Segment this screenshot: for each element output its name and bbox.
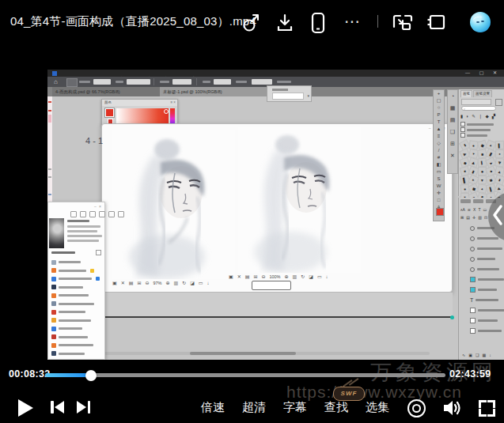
list-item bbox=[51, 309, 85, 315]
brush-group-label bbox=[467, 134, 487, 137]
list-item-icon bbox=[51, 293, 56, 298]
dock-panel-icon: ▦ bbox=[448, 102, 457, 114]
layer-row bbox=[470, 276, 504, 283]
viewer-toolbar-right: ▣✕▤⊞⊖100%⊕▥↻◪▭↓ bbox=[229, 273, 328, 280]
list-item-text bbox=[59, 278, 92, 280]
play-button[interactable] bbox=[18, 399, 33, 417]
brush-group-checkbox bbox=[460, 127, 465, 132]
ps-menubar: 文件编辑图像图层文字选择滤镜3D视图窗口帮助 — ▢ ✕ bbox=[47, 70, 504, 77]
popup-tool-icon bbox=[80, 211, 86, 217]
list-item-text bbox=[59, 353, 85, 355]
layer-checkbox bbox=[470, 277, 476, 282]
layer-row bbox=[470, 255, 495, 262]
ps-logo bbox=[52, 71, 57, 76]
list-item bbox=[51, 259, 81, 265]
progress-fill bbox=[45, 373, 91, 377]
prev-bar-icon bbox=[51, 401, 54, 414]
zoom-level: 100% bbox=[269, 274, 280, 279]
speed-button[interactable]: 倍速 bbox=[201, 400, 225, 415]
search-button[interactable]: 查找 bbox=[324, 400, 348, 415]
sidebar-dock-icon[interactable] bbox=[426, 13, 445, 31]
episodes-button[interactable]: 选集 bbox=[366, 400, 389, 415]
layer-eye-icon bbox=[470, 257, 475, 262]
prop-glyph: ✛ bbox=[472, 215, 476, 220]
list-item-text bbox=[59, 303, 94, 305]
tool-icon: ▭ bbox=[434, 168, 444, 176]
panel-bottom-icon: ↓ bbox=[489, 353, 491, 357]
chevron-left-icon[interactable] bbox=[492, 204, 503, 226]
brush-preview-field bbox=[461, 99, 491, 105]
volume-button[interactable] bbox=[442, 398, 464, 417]
popup-section-header bbox=[51, 251, 75, 254]
prop-glyph: ▥ bbox=[478, 215, 482, 220]
layer-eye-icon bbox=[470, 267, 475, 272]
video-surface[interactable]: 文件编辑图像图层文字选择滤镜3D视图窗口帮助 — ▢ ✕ ⌂ ⌕ ⊡ ▣ 4-画… bbox=[0, 43, 504, 364]
list-item-icon bbox=[51, 351, 56, 356]
fullscreen-button[interactable] bbox=[479, 400, 495, 417]
sliver-mark bbox=[48, 101, 51, 103]
viewer-tool-icon: ▥ bbox=[173, 280, 178, 285]
browser-logo-icon[interactable] bbox=[470, 12, 491, 32]
prev-triangle-icon bbox=[55, 401, 64, 414]
tool-icon: ◇ bbox=[434, 140, 444, 147]
brush-type-icon: ❘ bbox=[479, 114, 483, 119]
target-icon bbox=[407, 399, 426, 417]
viewer-body: – ▢ × bbox=[101, 123, 453, 293]
viewer-tool-icon: ↻ bbox=[182, 280, 186, 285]
tool-icon: ✛ bbox=[434, 190, 444, 197]
prop-glyph: ⊡ bbox=[484, 215, 487, 220]
foreground-color-swatch bbox=[105, 108, 114, 117]
list-item-icon bbox=[51, 301, 56, 306]
recorded-photoshop-screen: 文件编辑图像图层文字选择滤镜3D视图窗口帮助 — ▢ ✕ ⌂ ⌕ ⊡ ▣ 4-画… bbox=[47, 70, 504, 360]
panel-menu-icon: ≡ × bbox=[170, 100, 176, 104]
panel-label-bar bbox=[272, 89, 288, 91]
prop-glyph: ≋ bbox=[468, 207, 471, 212]
list-item-text bbox=[59, 261, 81, 263]
progress-bar[interactable] bbox=[45, 373, 445, 377]
list-item bbox=[51, 293, 89, 298]
ps-toolbar: +▢○PT▲≡◇/#◧▭SW✛□A bbox=[433, 89, 445, 221]
panel-bottom-toolbar: ∿ ▣ ❏ ▦ ↓ bbox=[462, 353, 491, 357]
canvas-hscrollbar bbox=[52, 352, 430, 355]
layer-label bbox=[478, 319, 498, 322]
download-icon[interactable] bbox=[276, 13, 294, 32]
brush-group-checkbox bbox=[460, 122, 465, 127]
saturation-gradient bbox=[116, 108, 169, 124]
list-item-icon bbox=[51, 268, 56, 273]
previous-button[interactable] bbox=[51, 401, 64, 414]
options-label bbox=[203, 81, 210, 83]
tool-icon: W bbox=[434, 183, 444, 190]
viewer-tool-icon: ↓ bbox=[326, 274, 328, 279]
phone-cast-icon[interactable] bbox=[310, 12, 326, 34]
popup-text-line bbox=[67, 230, 97, 232]
play-icon bbox=[18, 399, 33, 417]
popup-text-line bbox=[67, 240, 99, 242]
section-icon bbox=[96, 250, 101, 255]
panel-bottom-icon: ▦ bbox=[482, 353, 486, 357]
list-item bbox=[51, 342, 93, 348]
options-label bbox=[153, 78, 154, 85]
quality-button[interactable]: 超清 bbox=[242, 400, 266, 415]
progress-thumb[interactable] bbox=[85, 370, 97, 381]
zoom-level: 97% bbox=[153, 281, 161, 285]
panel-bottom-icon: ∿ bbox=[462, 353, 465, 357]
prop-glyph: X bbox=[473, 207, 476, 212]
subtitles-button[interactable]: 字幕 bbox=[283, 400, 307, 415]
sliver-mark bbox=[48, 176, 51, 178]
fullscreen-icon bbox=[479, 400, 487, 408]
list-item bbox=[51, 268, 94, 274]
share-icon[interactable] bbox=[242, 11, 261, 33]
list-item-text bbox=[59, 327, 82, 330]
next-button[interactable] bbox=[77, 401, 90, 414]
tool-icon: P bbox=[434, 111, 444, 119]
options-input bbox=[172, 79, 191, 85]
picture-in-picture-icon[interactable] bbox=[392, 13, 413, 31]
layer-row bbox=[470, 307, 504, 314]
tool-icon: # bbox=[434, 154, 444, 161]
toolbar-divider bbox=[377, 15, 378, 28]
viewer-tool-icon: ↻ bbox=[301, 274, 305, 279]
tool-icon: / bbox=[434, 147, 444, 154]
viewer-tool-icon: ▥ bbox=[293, 274, 297, 279]
more-menu-icon[interactable]: ⋯ bbox=[344, 12, 362, 31]
brush-group-checkbox bbox=[460, 133, 465, 138]
